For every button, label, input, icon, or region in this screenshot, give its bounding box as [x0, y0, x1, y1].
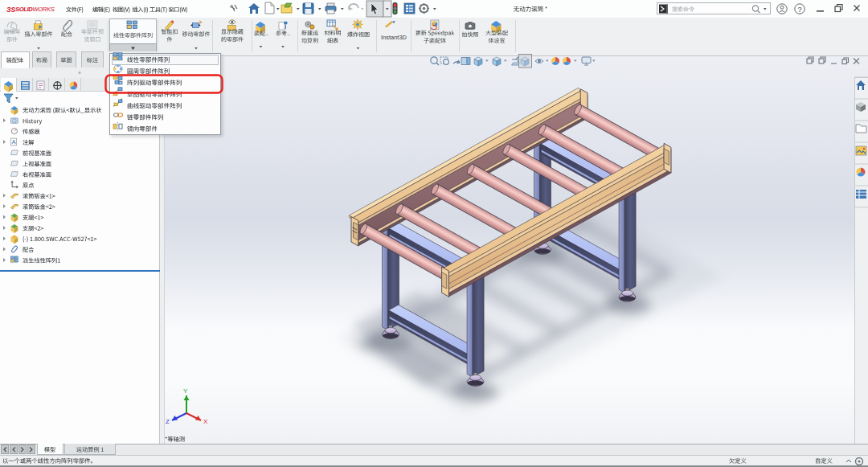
svg-text:A: A [12, 138, 16, 145]
svg-text:SOLIDWORKS: SOLIDWORKS [15, 6, 55, 13]
svg-text:ЗS: ЗS [6, 6, 15, 14]
svg-text:Y: Y [183, 387, 188, 395]
svg-text:Z: Z [166, 418, 170, 425]
svg-text:X: X [203, 418, 208, 425]
svg-text:?: ? [798, 6, 802, 14]
svg-text:Instant3D: Instant3D [381, 34, 407, 41]
